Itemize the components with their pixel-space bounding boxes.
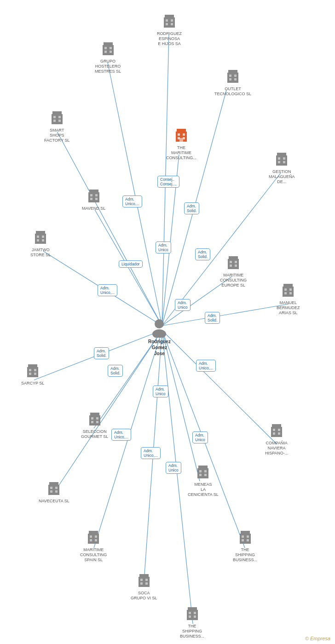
role-badge-adm-unico-1[interactable]: Adm. Unico,... bbox=[122, 196, 142, 207]
person-name: Rodriguez Gomez Jose bbox=[148, 339, 171, 356]
company-label: SOCA GRUPO VI SL bbox=[131, 591, 157, 601]
node-soca-grupo[interactable]: SOCA GRUPO VI SL bbox=[131, 573, 157, 601]
role-badge-adm-unico-7[interactable]: Adm. Unico,... bbox=[111, 429, 131, 441]
node-outlet-tecnologico[interactable]: OUTLET TECNOLOGICO SL bbox=[214, 69, 251, 97]
node-rodriguez-espinosa[interactable]: RODRIGUEZ ESPINOSA E HIJOS SA bbox=[157, 14, 182, 46]
role-badge-adm-unico-4[interactable]: Adm. Unico bbox=[175, 299, 191, 311]
svg-rect-100 bbox=[49, 482, 58, 485]
company-label: GRUPO HOSTELERO MESTRES SL bbox=[95, 59, 121, 74]
svg-rect-86 bbox=[29, 373, 31, 375]
svg-rect-35 bbox=[103, 45, 114, 55]
svg-rect-125 bbox=[240, 534, 251, 544]
svg-rect-27 bbox=[179, 138, 183, 142]
node-shipping-business-1[interactable]: THE SHIPPING BUSINESS... bbox=[233, 530, 257, 562]
svg-rect-128 bbox=[242, 539, 244, 541]
role-badge-adm-unico-6[interactable]: Adm. Unico,... bbox=[196, 360, 216, 372]
company-label: SMART SHOPS FACTORY SL bbox=[44, 128, 70, 143]
role-badge-adm-solid-5[interactable]: Adm. Solid. bbox=[108, 365, 123, 377]
svg-rect-116 bbox=[90, 539, 92, 541]
role-badge-adm-unico-3[interactable]: Adm. Unico,... bbox=[98, 284, 117, 296]
role-badge-adm-solid-4[interactable]: Adm. Solid. bbox=[94, 347, 109, 359]
svg-rect-47 bbox=[52, 114, 63, 124]
svg-rect-28 bbox=[165, 15, 174, 17]
role-badge-adm-solid-1[interactable]: Adm. Solid. bbox=[184, 202, 199, 214]
node-maritime-spain[interactable]: MARITIME CONSULTING SPAIN SL bbox=[80, 530, 107, 562]
company-label: MENEAS LA CENICIENTA SL bbox=[188, 482, 219, 497]
svg-rect-121 bbox=[145, 579, 148, 581]
svg-rect-127 bbox=[247, 535, 249, 538]
node-gestion-malaguena[interactable]: GESTION MALAGUEÑA DE... bbox=[269, 152, 295, 184]
svg-rect-89 bbox=[89, 415, 100, 426]
svg-rect-68 bbox=[37, 239, 39, 242]
node-meneas-cenicienta[interactable]: MENEAS LA CENICIENTA SL bbox=[188, 465, 219, 497]
role-badge-adm-unico-8[interactable]: Adm. Unico,... bbox=[141, 447, 161, 459]
building-icon bbox=[100, 41, 116, 58]
svg-rect-42 bbox=[229, 75, 231, 77]
building-icon bbox=[136, 573, 152, 590]
svg-rect-65 bbox=[35, 234, 46, 244]
node-maritime-europe[interactable]: MARITIME CONSULTING EUROPE SL bbox=[220, 255, 247, 288]
svg-point-20 bbox=[152, 329, 166, 338]
svg-rect-130 bbox=[188, 607, 197, 610]
node-naveceuta[interactable]: NAVECEUTA SL bbox=[39, 481, 69, 504]
role-badge-liquidador[interactable]: Liquidador bbox=[119, 260, 143, 268]
svg-line-12 bbox=[162, 330, 277, 444]
node-mavend[interactable]: MAVEND SL bbox=[82, 189, 105, 211]
svg-rect-70 bbox=[229, 256, 238, 259]
svg-rect-75 bbox=[235, 264, 237, 267]
svg-rect-99 bbox=[278, 432, 280, 435]
building-icon bbox=[273, 152, 290, 168]
node-smart-shops[interactable]: SMART SHOPS FACTORY SL bbox=[44, 110, 70, 143]
svg-rect-62 bbox=[90, 198, 92, 200]
role-badge-adm-unico-9[interactable]: Adm. Unico bbox=[192, 431, 208, 443]
node-compania-naviera[interactable]: COMPAÑIA NAVIERA HISPANO-... bbox=[265, 423, 288, 455]
node-maritime-main[interactable]: THE MARITIME CONSULTING... bbox=[166, 128, 196, 160]
role-badge-adm-solid-3[interactable]: Adm. Solid. bbox=[205, 312, 220, 324]
svg-rect-133 bbox=[194, 612, 196, 614]
svg-rect-72 bbox=[230, 261, 232, 263]
svg-rect-90 bbox=[91, 417, 93, 420]
svg-rect-43 bbox=[234, 75, 237, 77]
role-badge-adm-unico-5[interactable]: Adm. Unico bbox=[153, 385, 168, 397]
building-icon bbox=[161, 14, 178, 30]
node-sarcyp[interactable]: SARCYP SL bbox=[21, 363, 44, 386]
company-label: JAMTWO STORE SL bbox=[30, 247, 51, 258]
role-badge-adm-unico-10[interactable]: Adm. Unico bbox=[166, 462, 181, 474]
svg-line-6 bbox=[95, 210, 162, 326]
company-label: GESTION MALAGUEÑA DE... bbox=[269, 169, 295, 184]
central-person-node[interactable]: Rodriguez Gomez Jose bbox=[148, 317, 171, 356]
role-badge-adm-solid-2[interactable]: Adm. Solid. bbox=[195, 248, 210, 260]
svg-rect-122 bbox=[140, 582, 143, 585]
svg-rect-84 bbox=[29, 369, 31, 371]
svg-rect-109 bbox=[204, 470, 207, 472]
svg-rect-131 bbox=[187, 610, 198, 620]
svg-rect-61 bbox=[95, 194, 98, 196]
svg-rect-126 bbox=[242, 535, 244, 538]
svg-rect-46 bbox=[52, 111, 62, 114]
building-icon bbox=[280, 283, 296, 299]
svg-rect-78 bbox=[284, 288, 287, 291]
company-label: MANUEL BERMUDEZ ARIAS SL bbox=[277, 300, 300, 315]
node-jamtwo[interactable]: JAMTWO STORE SL bbox=[30, 230, 51, 258]
svg-rect-101 bbox=[48, 485, 59, 495]
svg-rect-97 bbox=[278, 429, 280, 431]
svg-rect-107 bbox=[197, 468, 208, 478]
svg-rect-59 bbox=[88, 192, 99, 202]
node-grupo-hostelero[interactable]: GRUPO HOSTELERO MESTRES SL bbox=[95, 41, 121, 74]
svg-point-19 bbox=[155, 319, 164, 328]
company-label: MAVEND SL bbox=[82, 206, 105, 211]
role-badge-consej[interactable]: Consej.. Consej.... bbox=[157, 176, 179, 188]
node-shipping-business-2[interactable]: THE SHIPPING BUSINESS... bbox=[180, 606, 204, 638]
building-icon bbox=[225, 69, 241, 86]
svg-rect-85 bbox=[34, 369, 36, 371]
node-manuel-bermudez[interactable]: MANUEL BERMUDEZ ARIAS SL bbox=[277, 283, 300, 315]
company-label: MARITIME CONSULTING SPAIN SL bbox=[80, 547, 107, 562]
role-badge-adm-unico-2[interactable]: Adm. Unico bbox=[156, 242, 171, 253]
building-icon bbox=[173, 128, 190, 144]
svg-rect-73 bbox=[235, 261, 237, 263]
node-seleccion-gourmet[interactable]: SELECCION GOURMET SL bbox=[81, 412, 108, 439]
svg-rect-129 bbox=[247, 539, 249, 541]
svg-rect-30 bbox=[166, 19, 168, 22]
building-icon bbox=[24, 363, 41, 380]
building-icon bbox=[237, 530, 254, 546]
